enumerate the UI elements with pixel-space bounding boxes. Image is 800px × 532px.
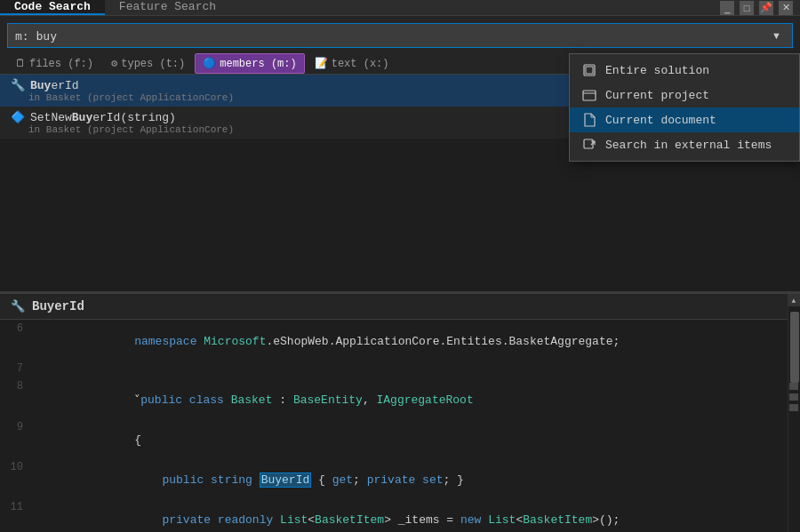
line-content-6: namespace Microsoft.eShopWeb.Application… (37, 322, 620, 361)
code-body: 6 namespace Microsoft.eShopWeb.Applicati… (0, 320, 800, 532)
line-num-7: 7 (0, 362, 37, 375)
types-icon: ⚙ (111, 57, 117, 70)
line-num-6: 6 (0, 322, 37, 335)
filter-tab-files[interactable]: 🗒 files (f:) (7, 53, 101, 74)
member-icon: 🔷 (11, 110, 25, 124)
dropdown-entire-solution[interactable]: Entire solution (570, 58, 799, 83)
text-icon: 📝 (315, 57, 328, 70)
code-line-6: 6 namespace Microsoft.eShopWeb.Applicati… (0, 322, 800, 361)
minimize-button[interactable]: ⎯ (720, 1, 734, 15)
code-header: 🔧 BuyerId (0, 294, 800, 320)
dropdown-current-project-label: Current project (605, 89, 709, 102)
filter-tab-text-label: text (x:) (332, 58, 389, 70)
tab-feature-search-label: Feature Search (119, 0, 216, 13)
line-content-9: { (37, 420, 141, 460)
filter-tab-types[interactable]: ⚙ types (t:) (103, 53, 193, 74)
filter-tab-files-label: files (f:) (29, 58, 93, 70)
result-name-text: BuyerId (30, 79, 79, 92)
line-content-7 (37, 361, 44, 375)
filter-tab-members-label: members (m:) (220, 58, 296, 70)
code-line-11: 11 private readonly List<BasketItem> _it… (0, 500, 800, 532)
line-content-11: private readonly List<BasketItem> _items… (37, 500, 620, 532)
line-content-10: public string BuyerId { get; private set… (37, 460, 464, 500)
filter-tab-members[interactable]: 🔵 members (m:) (195, 53, 304, 74)
minimap-block-1 (789, 383, 798, 390)
dropdown-external-items[interactable]: Search in external items (570, 132, 799, 157)
tab-code-search-label: Code Search (14, 0, 91, 13)
svg-rect-2 (583, 91, 596, 100)
dropdown-external-items-label: Search in external items (605, 139, 772, 152)
document-icon (582, 113, 596, 127)
code-header-title: BuyerId (32, 299, 84, 314)
close-button[interactable]: ✕ (779, 1, 793, 15)
line-num-8: 8 (0, 380, 37, 393)
line-num-10: 10 (0, 461, 37, 473)
pin-button[interactable]: 📌 (759, 1, 773, 15)
dropdown-current-document[interactable]: Current document (570, 107, 799, 132)
search-input[interactable] (15, 29, 768, 43)
project-icon (582, 88, 596, 102)
scope-dropdown: Entire solution Current project Current … (569, 53, 800, 162)
search-dropdown-btn[interactable]: ▼ (768, 30, 785, 41)
line-content-8: ˅public class Basket : BaseEntity, IAggr… (37, 379, 474, 420)
dropdown-current-document-label: Current document (605, 114, 716, 127)
code-line-9: 9 { (0, 420, 800, 460)
line-num-11: 11 (0, 501, 37, 513)
svg-rect-1 (586, 67, 593, 74)
file-icon: 🗒 (15, 57, 26, 70)
scrollbar-thumb[interactable] (790, 312, 799, 383)
external-icon (582, 138, 596, 152)
code-header-icon: 🔧 (11, 299, 25, 314)
tab-code-search[interactable]: Code Search (0, 0, 105, 15)
members-icon: 🔵 (203, 57, 216, 70)
result-name-text2: SetNewBuyerId(string) (30, 111, 176, 124)
minimap-block-3 (789, 404, 798, 411)
tab-feature-search[interactable]: Feature Search (105, 0, 230, 15)
solution-icon (582, 63, 596, 77)
restore-button[interactable]: □ (740, 1, 754, 15)
top-panel: ▼ 🗒 files (f:) ⚙ types (t:) 🔵 members (m… (0, 16, 800, 291)
line-num-9: 9 (0, 421, 37, 433)
code-preview-panel: 🔧 BuyerId 6 namespace Microsoft.eShopWeb… (0, 294, 800, 532)
search-input-row[interactable]: ▼ (7, 23, 793, 48)
scrollbar-track[interactable]: ▲ (788, 294, 800, 532)
code-line-8: 8 ˅public class Basket : BaseEntity, IAg… (0, 379, 800, 420)
scroll-up-arrow[interactable]: ▲ (788, 294, 800, 306)
minimap-block-2 (789, 393, 798, 401)
main-layout: Code Search Feature Search ⎯ □ 📌 ✕ ▼ 🗒 f… (0, 0, 800, 532)
title-bar-controls: ⎯ □ 📌 ✕ (720, 0, 800, 15)
filter-tab-text[interactable]: 📝 text (x:) (307, 53, 397, 74)
filter-tab-types-label: types (t:) (121, 58, 185, 70)
wrench-icon: 🔧 (11, 78, 25, 92)
dropdown-entire-solution-label: Entire solution (605, 64, 709, 77)
dropdown-current-project[interactable]: Current project (570, 83, 799, 107)
code-line-10: 10 public string BuyerId { get; private … (0, 460, 800, 500)
code-line-7: 7 (0, 361, 800, 379)
title-bar: Code Search Feature Search ⎯ □ 📌 ✕ (0, 0, 800, 16)
